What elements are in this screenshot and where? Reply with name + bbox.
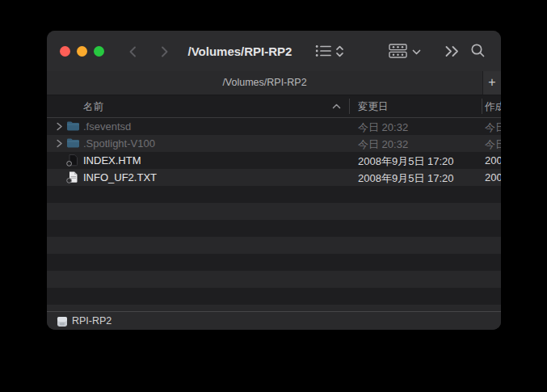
text-file-icon — [66, 171, 78, 183]
group-by-button[interactable] — [389, 44, 407, 58]
empty-row — [47, 237, 501, 254]
tab-bar: /Volumes/RPI-RP2 + — [47, 71, 501, 95]
column-header-row: 名前 変更日 作成 — [47, 95, 501, 118]
folder-icon — [66, 137, 80, 149]
search-button[interactable] — [470, 43, 486, 58]
empty-row — [47, 305, 501, 311]
column-header-created[interactable]: 作成 — [485, 100, 501, 114]
list-view-button[interactable] — [315, 44, 332, 57]
file-modified-date: 今日 20:32 — [358, 137, 408, 152]
folder-icon — [66, 137, 80, 149]
empty-row — [47, 186, 501, 203]
empty-row — [47, 203, 501, 220]
title-bar: /Volumes/RPI-RP2 — [47, 31, 501, 71]
back-icon — [126, 44, 141, 59]
minimize-button[interactable] — [77, 46, 87, 57]
close-button[interactable] — [60, 46, 70, 57]
disclosure-triangle[interactable] — [56, 139, 63, 148]
chevron-down-icon[interactable] — [412, 49, 421, 55]
removable-disk-icon — [57, 316, 68, 327]
file-name: .fseventsd — [83, 120, 131, 133]
text-file-icon — [66, 171, 78, 183]
column-divider[interactable] — [349, 99, 350, 114]
column-header-modified[interactable]: 変更日 — [358, 100, 389, 114]
html-file-icon — [66, 154, 78, 166]
file-created-date: 200 — [485, 154, 501, 166]
file-modified-date: 2008年9月5日 17:20 — [358, 154, 454, 169]
list-view-icon — [315, 44, 332, 57]
active-tab[interactable]: /Volumes/RPI-RP2 — [47, 71, 482, 95]
html-file-icon — [66, 154, 78, 166]
file-name: .Spotlight-V100 — [83, 137, 155, 150]
empty-row — [47, 288, 501, 305]
sort-ascending-icon — [332, 103, 341, 109]
back-button[interactable] — [126, 44, 141, 59]
disclosure-triangle-icon — [56, 122, 63, 131]
zoom-button[interactable] — [94, 46, 104, 57]
empty-row — [47, 271, 501, 288]
file-created-date: 今日 — [485, 137, 501, 152]
file-list: .fseventsd今日 20:32今日.Spotlight-V100今日 20… — [47, 118, 501, 311]
search-icon — [470, 43, 486, 58]
folder-icon — [66, 120, 80, 132]
file-created-date: 今日 — [485, 120, 501, 135]
column-header-name[interactable]: 名前 — [83, 100, 103, 114]
file-name: INFO_UF2.TXT — [83, 171, 157, 183]
view-sort-chevrons-icon[interactable] — [335, 45, 344, 57]
column-divider[interactable] — [482, 99, 482, 114]
table-row[interactable]: INDEX.HTM2008年9月5日 17:20200 — [47, 152, 501, 169]
disclosure-triangle-icon — [56, 139, 63, 148]
table-row[interactable]: .fseventsd今日 20:32今日 — [47, 118, 501, 135]
status-volume-label: RPI-RP2 — [72, 315, 112, 327]
folder-icon — [66, 120, 80, 132]
file-modified-date: 2008年9月5日 17:20 — [358, 171, 454, 186]
disclosure-triangle[interactable] — [56, 122, 63, 131]
forward-button[interactable] — [157, 44, 171, 59]
new-tab-button[interactable]: + — [482, 71, 501, 95]
status-bar: RPI-RP2 — [47, 311, 501, 330]
finder-window: /Volumes/RPI-RP2 — [47, 31, 501, 330]
file-name: INDEX.HTM — [83, 154, 141, 166]
file-modified-date: 今日 20:32 — [358, 120, 408, 135]
window-title: /Volumes/RPI-RP2 — [188, 44, 292, 58]
file-created-date: 200 — [485, 171, 501, 183]
table-row[interactable]: INFO_UF2.TXT2008年9月5日 17:20200 — [47, 169, 501, 186]
empty-row — [47, 220, 501, 237]
toolbar-overflow-button[interactable] — [444, 45, 461, 57]
table-row[interactable]: .Spotlight-V100今日 20:32今日 — [47, 135, 501, 152]
group-by-icon — [389, 44, 407, 58]
forward-icon — [157, 44, 171, 59]
empty-row — [47, 254, 501, 271]
toolbar-overflow-icon — [444, 45, 461, 57]
